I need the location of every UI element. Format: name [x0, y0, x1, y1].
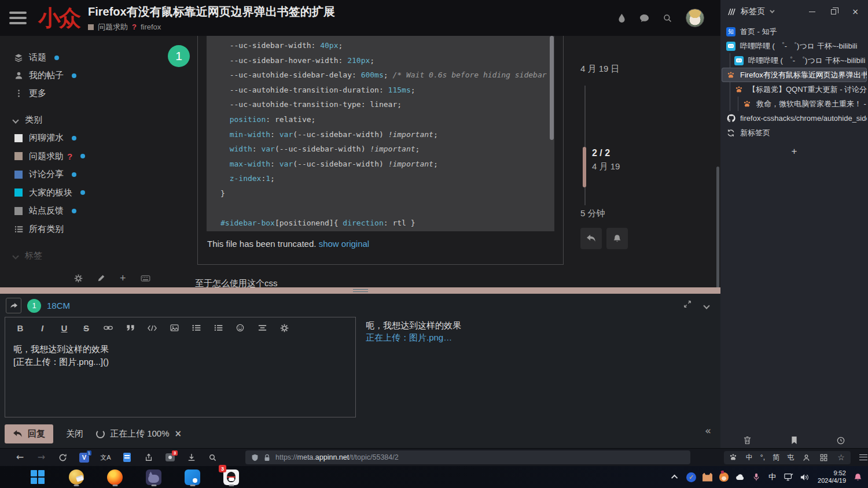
image-button[interactable]	[170, 324, 179, 331]
netdisk-app-icon[interactable]	[183, 468, 202, 486]
hide-preview-toggle[interactable]: «	[705, 424, 711, 437]
tray-fox-app-icon[interactable]	[718, 472, 729, 482]
tabs-panel-title[interactable]: 标签页	[741, 6, 765, 17]
reply-button[interactable]	[580, 228, 602, 249]
quote-button[interactable]	[126, 324, 135, 331]
tray-cat-app-icon[interactable]	[702, 473, 713, 482]
sidebar-category-5[interactable]: 所有类别	[0, 220, 174, 239]
toolbar-search-icon[interactable]	[208, 454, 218, 461]
tab-item-2[interactable]: 哔哩哔哩 ( ゜- ゜)つロ 干杯~-bilibili	[722, 53, 867, 68]
brush-icon[interactable]	[97, 274, 105, 282]
editor-textarea[interactable]: 呃，我想达到这样的效果 [正在上传：图片.png...]()	[5, 338, 355, 373]
preview-upload-link[interactable]: 正在上传：图片.png…	[366, 331, 713, 343]
tray-mic-icon[interactable]	[751, 473, 762, 481]
sidebar-category-2[interactable]: 讨论分享	[0, 165, 174, 184]
gear-button[interactable]	[279, 324, 289, 332]
account-icon[interactable]	[801, 454, 811, 461]
app-menu-icon[interactable]	[858, 454, 868, 460]
underline-button[interactable]: U	[60, 323, 69, 333]
tray-cast-icon[interactable]	[783, 473, 794, 481]
sidebar-category-1[interactable]: 问题求助?	[0, 147, 174, 166]
ime-punct-icon[interactable]: °,	[760, 453, 765, 461]
expand-composer-icon[interactable]	[683, 300, 692, 308]
sidebar-category-0[interactable]: 闲聊灌水	[0, 129, 174, 147]
cat-app-icon[interactable]	[144, 468, 163, 486]
tab-item-5[interactable]: 救命，微软电脑管家卷土重来！ - 讨论分	[722, 97, 867, 111]
translate-icon[interactable]: 文A	[101, 453, 111, 462]
reply-submit-button[interactable]: 回复	[5, 424, 53, 443]
show-original-link[interactable]: show original	[319, 239, 370, 249]
share-button[interactable]	[144, 453, 153, 461]
gear-icon[interactable]	[74, 274, 83, 283]
notifications-button[interactable]	[606, 228, 628, 249]
downloads-button[interactable]	[186, 453, 196, 461]
water-drop-icon[interactable]	[618, 13, 626, 23]
strikethrough-button[interactable]: S	[82, 323, 91, 333]
notification-bell-icon[interactable]	[852, 473, 863, 482]
hamburger-menu-icon[interactable]	[9, 12, 27, 24]
link-button[interactable]	[104, 325, 113, 331]
firefox-icon[interactable]	[105, 468, 124, 486]
code-scrollbar[interactable]	[550, 36, 554, 140]
numbered-list-button[interactable]	[214, 324, 223, 331]
timeline-handle[interactable]	[583, 147, 586, 187]
sidebar-category-4[interactable]: 站点反馈	[0, 202, 174, 220]
emoji-button[interactable]	[236, 324, 245, 332]
sidebar-category-3[interactable]: 大家的板块	[0, 184, 174, 202]
category-link[interactable]: 问题求助	[98, 22, 128, 32]
bookmark-icon[interactable]	[791, 436, 797, 445]
reader-extension-icon[interactable]	[122, 453, 132, 462]
paw-extension-icon[interactable]	[729, 453, 738, 461]
extensions-grid-icon[interactable]	[819, 454, 829, 461]
tab-item-3[interactable]: Firefox有没有鼠标靠近网页边界弹出书签的	[722, 68, 867, 82]
vimium-extension-icon[interactable]: V 1	[79, 453, 89, 463]
timeline-start-date[interactable]: 4 月 19 日	[580, 64, 620, 75]
close-window-button[interactable]: ×	[852, 8, 859, 16]
bold-button[interactable]: B	[16, 323, 25, 333]
back-button[interactable]: ←	[15, 453, 25, 462]
lock-icon[interactable]	[264, 454, 270, 461]
composer-grippie[interactable]	[0, 287, 720, 294]
minimize-window-button[interactable]	[809, 12, 815, 12]
url-bar[interactable]: https://meta.appinn.net/t/topic/55384/2	[245, 450, 690, 464]
qq-icon[interactable]: 3	[222, 468, 241, 486]
shield-icon[interactable]	[251, 454, 259, 461]
italic-button[interactable]: I	[38, 323, 47, 333]
history-clock-icon[interactable]	[837, 436, 845, 445]
code-button[interactable]	[148, 325, 157, 331]
search-icon[interactable]	[663, 14, 672, 23]
tray-ime-zh-icon[interactable]: 中	[767, 472, 778, 482]
restore-window-button[interactable]	[831, 9, 836, 14]
align-button[interactable]	[258, 324, 267, 331]
refresh-button[interactable]	[58, 453, 68, 462]
sidebar-item-0[interactable]: 话题	[0, 49, 174, 66]
post-author-avatar[interactable]: 1	[168, 45, 190, 67]
categories-section-header[interactable]: 类别	[0, 111, 174, 129]
collapse-composer-icon[interactable]	[704, 300, 709, 310]
tray-check-app-icon[interactable]: ✓	[686, 472, 697, 482]
close-composer-button[interactable]: 关闭	[66, 428, 83, 439]
tab-item-6[interactable]: firefox-csshacks/chrome/autohide_side	[722, 111, 867, 125]
reply-indicator-icon[interactable]	[6, 298, 21, 313]
tray-chevron-up-icon[interactable]	[670, 475, 681, 479]
ime-shape-icon[interactable]: 屯	[787, 453, 794, 463]
tab-item-0[interactable]: 知首页 - 知乎	[722, 24, 867, 39]
tab-item-4[interactable]: 【标题党】QQNT重大更新 - 讨论分享 - 小	[722, 82, 867, 97]
site-logo[interactable]: 小众	[38, 7, 80, 29]
composer-username[interactable]: 18CM	[47, 301, 70, 310]
tag-link[interactable]: firefox	[141, 23, 161, 31]
keyboard-icon[interactable]	[141, 275, 150, 282]
sidebar-item-2[interactable]: 更多	[0, 84, 174, 102]
trash-icon[interactable]	[744, 436, 751, 445]
new-tab-button[interactable]: +	[720, 146, 868, 157]
bullet-list-button[interactable]	[192, 324, 201, 331]
taskbar-clock[interactable]: 9:52 2024/4/19	[818, 469, 846, 485]
tab-center-icon[interactable]	[727, 8, 736, 16]
tab-item-1[interactable]: 哔哩哔哩 ( ゜- ゜)つロ 干杯~-bilibili	[722, 39, 867, 53]
forward-button[interactable]: →	[36, 453, 46, 462]
add-section-icon[interactable]: +	[120, 272, 126, 284]
bookmark-star-icon[interactable]: ☆	[836, 453, 846, 462]
sidebar-item-1[interactable]: 我的帖子	[0, 66, 174, 84]
topic-title[interactable]: Firefox有没有鼠标靠近网页边界弹出书签的扩展	[88, 4, 335, 20]
tray-volume-icon[interactable]	[799, 474, 810, 481]
